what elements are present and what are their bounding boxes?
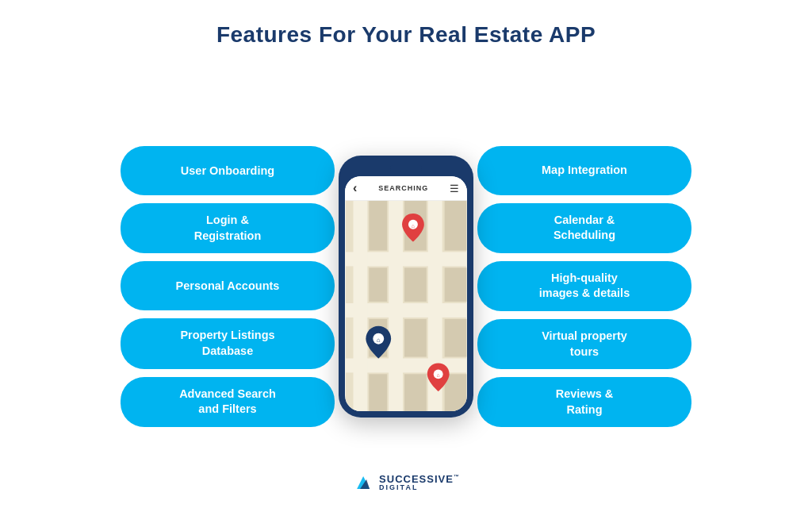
company-logo-icon	[352, 471, 374, 494]
map-svg: ⌂ ⌂ ⌂	[345, 201, 467, 411]
back-arrow-icon: ‹	[353, 181, 357, 195]
feature-login-registration[interactable]: Login & Registration	[121, 203, 335, 253]
svg-text:⌂: ⌂	[437, 372, 440, 378]
svg-rect-7	[369, 201, 387, 251]
phone-screen: ‹ SEARCHING ☰	[345, 176, 467, 411]
left-features-column: User Onboarding Login & Registration Per…	[57, 146, 335, 426]
company-tagline: DIGITAL	[379, 484, 460, 491]
feature-property-listings[interactable]: Property Listings Database	[121, 318, 335, 368]
map-area: ⌂ ⌂ ⌂	[345, 201, 467, 411]
phone-body: ‹ SEARCHING ☰	[339, 156, 473, 418]
svg-rect-18	[445, 374, 467, 411]
svg-rect-17	[404, 374, 427, 411]
svg-rect-15	[445, 319, 467, 357]
feature-reviews-rating[interactable]: Reviews & Rating	[477, 377, 691, 427]
svg-rect-16	[369, 374, 387, 411]
svg-text:⌂: ⌂	[412, 223, 415, 229]
logo-area: SUCCESSIVE™ DIGITAL	[352, 471, 460, 494]
feature-user-onboarding[interactable]: User Onboarding	[121, 146, 335, 195]
feature-calendar-scheduling[interactable]: Calendar & Scheduling	[477, 203, 691, 253]
svg-rect-12	[445, 267, 467, 302]
svg-text:⌂: ⌂	[377, 337, 381, 344]
feature-advanced-search[interactable]: Advanced Search and Filters	[121, 377, 335, 427]
svg-rect-14	[404, 319, 427, 357]
svg-rect-11	[445, 201, 467, 251]
main-content: User Onboarding Login & Registration Per…	[0, 65, 812, 508]
svg-rect-6	[353, 201, 367, 411]
right-features-column: Map Integration Calendar & Scheduling Hi…	[477, 146, 755, 428]
phone-mockup: ‹ SEARCHING ☰	[327, 156, 485, 418]
phone-notch-area	[345, 162, 467, 175]
feature-map-integration[interactable]: Map Integration	[477, 146, 691, 195]
feature-personal-accounts[interactable]: Personal Accounts	[121, 261, 335, 310]
svg-rect-10	[404, 267, 427, 302]
svg-rect-4	[389, 201, 403, 411]
phone-header-title: SEARCHING	[378, 184, 428, 192]
phone-header: ‹ SEARCHING ☰	[345, 176, 467, 201]
menu-icon: ☰	[450, 183, 459, 194]
svg-rect-9	[369, 267, 387, 302]
feature-virtual-property-tours[interactable]: Virtual property tours	[477, 319, 691, 369]
company-name: SUCCESSIVE™	[379, 474, 460, 484]
page-title: Features For Your Real Estate APP	[216, 22, 596, 48]
company-logo-text: SUCCESSIVE™ DIGITAL	[379, 474, 460, 491]
phone-notch	[390, 165, 422, 171]
feature-high-quality-images[interactable]: High-quality images & details	[477, 261, 691, 311]
